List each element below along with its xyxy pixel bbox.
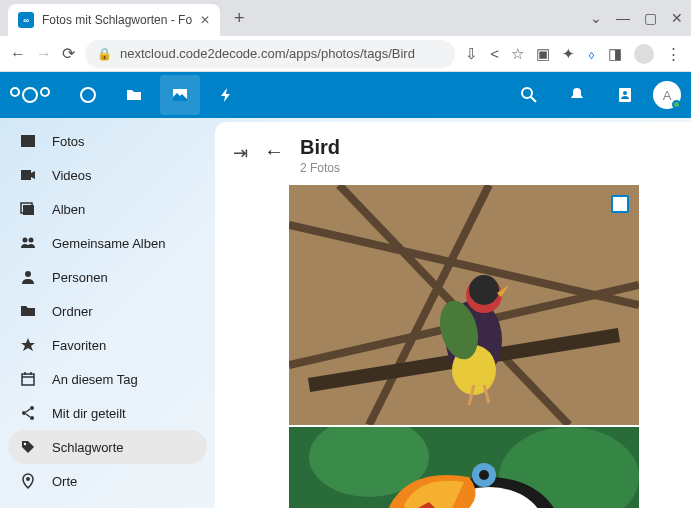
sidebar-item-video[interactable]: Videos — [8, 158, 207, 192]
sidebar-item-image[interactable]: Fotos — [8, 124, 207, 158]
svg-rect-7 — [21, 170, 31, 180]
group-icon — [20, 235, 38, 251]
share-icon[interactable]: < — [490, 45, 499, 62]
sidebar-item-map[interactable]: Karte — [8, 498, 207, 508]
tab-title: Fotos mit Schlagworten - Fo — [42, 13, 192, 27]
sidebar-item-label: Orte — [52, 474, 77, 489]
lock-icon: 🔒 — [97, 47, 112, 61]
svg-point-10 — [23, 238, 28, 243]
svg-point-30 — [469, 275, 499, 305]
reload-button[interactable]: ⟳ — [62, 44, 75, 63]
sidebar-item-label: An diesem Tag — [52, 372, 138, 387]
nextcloud-logo-icon[interactable] — [10, 87, 50, 103]
location-icon — [20, 473, 38, 489]
puzzle-icon[interactable]: ✦ — [562, 45, 575, 63]
share-icon — [20, 405, 38, 421]
svg-line-3 — [531, 97, 536, 102]
svg-line-20 — [26, 409, 30, 412]
calendar-icon — [20, 371, 38, 387]
sidebar-item-label: Fotos — [52, 134, 85, 149]
sidebar-item-album[interactable]: Alben — [8, 192, 207, 226]
sidebar-item-label: Favoriten — [52, 338, 106, 353]
video-icon — [20, 167, 38, 183]
view-toggle-icon[interactable]: ⇥ — [233, 142, 248, 164]
sidebar-item-label: Mit dir geteilt — [52, 406, 126, 421]
sidebar-item-location[interactable]: Orte — [8, 464, 207, 498]
contacts-icon[interactable] — [605, 75, 645, 115]
svg-point-0 — [81, 88, 95, 102]
photo-item[interactable] — [289, 427, 639, 508]
svg-point-40 — [479, 470, 489, 480]
status-dot-icon — [672, 100, 681, 109]
minimize-icon[interactable]: — — [616, 10, 630, 26]
app-body: FotosVideosAlbenGemeinsame AlbenPersonen… — [0, 118, 691, 508]
sidebar-item-group[interactable]: Gemeinsame Alben — [8, 226, 207, 260]
panel-icon[interactable]: ◨ — [608, 45, 622, 63]
activity-app-icon[interactable] — [206, 75, 246, 115]
nextcloud-header: A — [0, 72, 691, 118]
sidebar-item-tag[interactable]: Schlagworte — [8, 430, 207, 464]
user-avatar[interactable]: A — [653, 81, 681, 109]
image-icon — [20, 133, 38, 149]
close-icon[interactable]: ✕ — [671, 10, 683, 26]
page-subtitle: 2 Fotos — [300, 161, 340, 175]
sidebar-item-label: Ordner — [52, 304, 92, 319]
new-tab-button[interactable]: + — [224, 8, 255, 29]
browser-nav-bar: ← → ⟳ 🔒 nextcloud.code2decode.com/apps/p… — [0, 36, 691, 72]
notifications-icon[interactable] — [557, 75, 597, 115]
title-block: Bird 2 Fotos — [300, 136, 340, 175]
svg-rect-13 — [22, 374, 34, 385]
menu-icon[interactable]: ⋮ — [666, 45, 681, 63]
sidebar-item-calendar[interactable]: An diesem Tag — [8, 362, 207, 396]
svg-point-22 — [24, 443, 26, 445]
svg-point-19 — [30, 416, 34, 420]
url-text: nextcloud.code2decode.com/apps/photos/ta… — [120, 46, 415, 61]
sidebar-item-label: Personen — [52, 270, 108, 285]
address-bar[interactable]: 🔒 nextcloud.code2decode.com/apps/photos/… — [85, 40, 455, 68]
back-button[interactable]: ← — [10, 45, 26, 63]
svg-point-18 — [22, 411, 26, 415]
browser-tab-strip: ∞ Fotos mit Schlagworten - Fo ✕ + ⌄ — ▢ … — [0, 0, 691, 36]
sidebar-item-label: Schlagworte — [52, 440, 124, 455]
chevron-down-icon[interactable]: ⌄ — [590, 10, 602, 26]
svg-rect-6 — [21, 135, 35, 147]
main-content: ⇥ ← Bird 2 Fotos — [215, 122, 691, 508]
sidebar-item-label: Gemeinsame Alben — [52, 236, 165, 251]
bookmark-icon[interactable]: ☆ — [511, 45, 524, 63]
extensions-icon[interactable]: ▣ — [536, 45, 550, 63]
sidebar-item-share[interactable]: Mit dir geteilt — [8, 396, 207, 430]
svg-point-17 — [30, 406, 34, 410]
sidebar-item-folder[interactable]: Ordner — [8, 294, 207, 328]
forward-button[interactable]: → — [36, 45, 52, 63]
search-icon[interactable] — [509, 75, 549, 115]
dashboard-app-icon[interactable] — [68, 75, 108, 115]
page-title: Bird — [300, 136, 340, 159]
maximize-icon[interactable]: ▢ — [644, 10, 657, 26]
svg-point-12 — [25, 271, 31, 277]
tab-close-icon[interactable]: ✕ — [200, 13, 210, 27]
svg-point-11 — [29, 238, 34, 243]
avatar-letter: A — [663, 88, 672, 103]
window-controls: ⌄ — ▢ ✕ — [590, 10, 683, 26]
files-app-icon[interactable] — [114, 75, 154, 115]
folder-icon — [20, 303, 38, 319]
sidebar: FotosVideosAlbenGemeinsame AlbenPersonen… — [0, 118, 215, 508]
browser-tab[interactable]: ∞ Fotos mit Schlagworten - Fo ✕ — [8, 4, 220, 36]
photo-checkbox[interactable] — [611, 195, 629, 213]
sidebar-item-person[interactable]: Personen — [8, 260, 207, 294]
profile-icon[interactable] — [634, 44, 654, 64]
svg-point-2 — [522, 88, 532, 98]
star-icon — [20, 337, 38, 353]
svg-point-23 — [26, 477, 30, 481]
sidebar-item-star[interactable]: Favoriten — [8, 328, 207, 362]
photo-grid — [289, 185, 673, 508]
ext2-icon[interactable]: ⬨ — [587, 45, 596, 62]
photo-item[interactable] — [289, 185, 639, 425]
back-arrow-icon[interactable]: ← — [264, 140, 284, 163]
sidebar-item-label: Videos — [52, 168, 92, 183]
chrome-actions: ⇩ < ☆ ▣ ✦ ⬨ ◨ ⋮ — [465, 44, 681, 64]
install-icon[interactable]: ⇩ — [465, 45, 478, 63]
tab-favicon-icon: ∞ — [18, 12, 34, 28]
photos-app-icon[interactable] — [160, 75, 200, 115]
svg-point-5 — [623, 91, 627, 95]
